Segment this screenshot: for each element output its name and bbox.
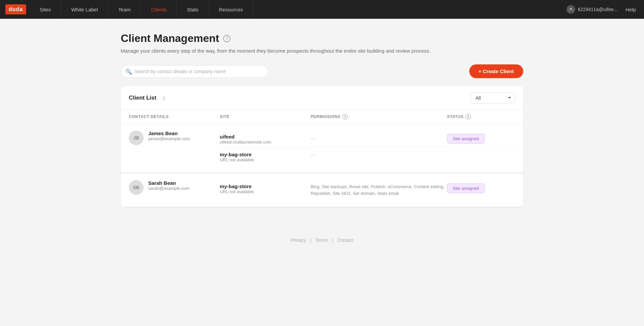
search-wrap: 🔍	[121, 65, 268, 78]
nav-sites[interactable]: Sites	[30, 0, 61, 19]
footer-terms[interactable]: Terms	[315, 237, 328, 243]
status-cell-james: Site assigned	[447, 124, 515, 170]
filter-select[interactable]: All Site assigned No site	[471, 92, 515, 104]
site-name-mybagstore-james: my-bag-store	[220, 152, 311, 157]
perms-entry-1: ---	[311, 147, 447, 163]
contact-email-sarah: sarah@example.com	[148, 186, 190, 191]
client-list-header: Client List · 2 All Site assigned No sit…	[121, 86, 523, 110]
page-help-icon[interactable]: ?	[223, 35, 230, 42]
nav-right: 6229411a@uifee... Help	[567, 5, 644, 14]
footer-contact[interactable]: Contact	[337, 237, 353, 243]
perms-text-sarah: Blog, Site backups, Reset site, Publish,…	[311, 183, 447, 197]
perms-dash-1: ---	[311, 152, 316, 158]
nav-user[interactable]: 6229411a@uifee...	[567, 5, 618, 14]
search-icon: 🔍	[125, 68, 132, 74]
site-entry-mybagstore-sarah: my-bag-store URL not available	[220, 180, 311, 198]
site-name-uifeed: uifeed	[220, 134, 311, 140]
contact-email-james: james@example.com	[148, 136, 190, 141]
avatar-james: JB	[129, 130, 144, 145]
contact-info-sarah: Sarah Bean sarah@example.com	[148, 180, 190, 191]
nav-team[interactable]: Team	[108, 0, 141, 19]
col-permissions: PERMISSIONS i	[311, 114, 447, 119]
user-avatar-icon	[567, 5, 575, 14]
create-client-button[interactable]: + Create Client	[469, 64, 523, 78]
site-url-mybagstore-sarah: URL not available	[220, 189, 311, 194]
page-title-row: Client Management ?	[121, 32, 523, 45]
client-list-title: Client List · 2	[129, 95, 165, 101]
perms-entry-0: ---	[311, 130, 447, 147]
contact-name-sarah: Sarah Bean	[148, 180, 190, 186]
site-name-mybagstore-sarah: my-bag-store	[220, 183, 311, 189]
perms-cell-sarah: Blog, Site backups, Reset site, Publish,…	[311, 173, 447, 207]
status-badge-sarah: Site assigned	[447, 183, 485, 193]
perms-entry-sarah-0: Blog, Site backups, Reset site, Publish,…	[311, 180, 447, 200]
site-cell-sarah: my-bag-store URL not available	[220, 173, 311, 204]
status-info-icon: i	[466, 114, 471, 119]
help-link[interactable]: Help	[626, 7, 636, 12]
table-row: SB Sarah Bean sarah@example.com my-bag-s…	[121, 173, 523, 207]
permissions-info-icon: i	[342, 114, 348, 119]
footer-privacy[interactable]: Privacy	[291, 237, 306, 243]
search-input[interactable]	[121, 65, 268, 78]
footer-sep-1: |	[310, 237, 311, 243]
contact-name-james: James Bean	[148, 130, 190, 136]
status-entry-sarah: Site assigned	[447, 180, 515, 197]
page-subtitle: Manage your clients every step of the wa…	[121, 48, 523, 54]
table-row: JB James Bean james@example.com uifeed u…	[121, 124, 523, 173]
site-cell-james: uifeed uifeed.multiscreensite.com my-bag…	[220, 124, 311, 172]
client-count: · 2	[160, 95, 165, 101]
footer: Privacy | Terms | Contact	[0, 227, 644, 254]
site-url-mybagstore-james: URL not available	[220, 157, 311, 162]
page-title: Client Management	[121, 32, 219, 45]
site-entry-mybagstore-james: my-bag-store URL not available	[220, 148, 311, 166]
contact-cell-sarah: SB Sarah Bean sarah@example.com	[129, 173, 220, 202]
contact-cell-james: JB James Bean james@example.com	[129, 124, 220, 152]
status-entry-mybagstore-james	[447, 147, 515, 163]
logo[interactable]: duda	[5, 4, 26, 14]
site-entry-uifeed: uifeed uifeed.multiscreensite.com	[220, 130, 311, 148]
nav-stats[interactable]: Stats	[177, 0, 209, 19]
nav-resources[interactable]: Resources	[209, 0, 254, 19]
client-list-label: Client List	[129, 95, 156, 101]
client-list-card: Client List · 2 All Site assigned No sit…	[121, 86, 523, 207]
avatar-sarah: SB	[129, 180, 144, 195]
site-url-uifeed: uifeed.multiscreensite.com	[220, 140, 311, 145]
nav-clients[interactable]: Clients	[141, 0, 177, 19]
col-contact: CONTACT DETAILS	[129, 114, 220, 119]
perms-cell-james: --- ---	[311, 124, 447, 169]
user-email: 6229411a@uifee...	[578, 7, 618, 12]
col-status: STATUS i	[447, 114, 515, 119]
navigation: duda Sites White Label Team Clients Stat…	[0, 0, 644, 19]
search-create-row: 🔍 + Create Client	[121, 64, 523, 78]
perms-dash-0: ---	[311, 135, 316, 141]
nav-links: Sites White Label Team Clients Stats Res…	[30, 0, 566, 19]
nav-white-label[interactable]: White Label	[61, 0, 108, 19]
status-cell-sarah: Site assigned	[447, 173, 515, 203]
footer-sep-2: |	[332, 237, 333, 243]
status-entry-uifeed: Site assigned	[447, 130, 515, 147]
status-badge-uifeed: Site assigned	[447, 134, 485, 144]
col-site: SITE	[220, 114, 311, 119]
main-content: Client Management ? Manage your clients …	[101, 19, 543, 227]
table-header: CONTACT DETAILS SITE PERMISSIONS i STATU…	[121, 110, 523, 124]
contact-info-james: James Bean james@example.com	[148, 130, 190, 141]
